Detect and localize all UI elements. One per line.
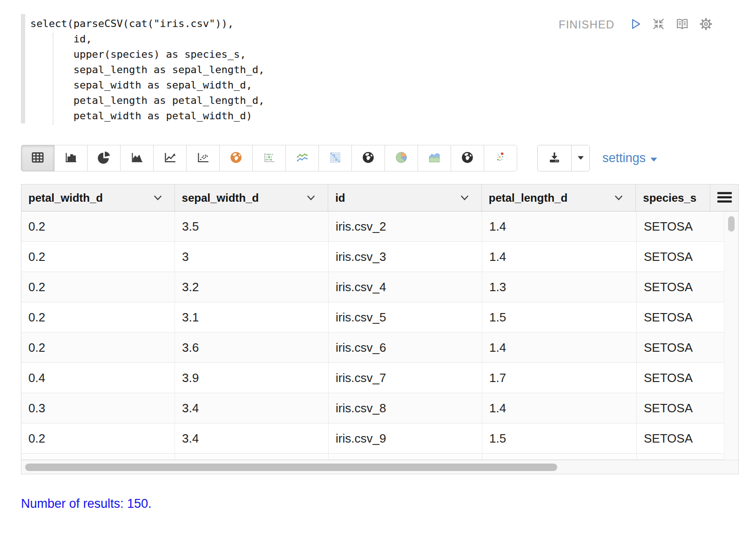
pie-chart-icon bbox=[97, 150, 111, 166]
column-label: petal_width_d bbox=[28, 191, 103, 205]
area-chart-icon bbox=[130, 150, 144, 166]
chart-type-table-button[interactable] bbox=[21, 145, 54, 171]
code-editor[interactable]: select(parseCSV(cat("iris.csv")), id, up… bbox=[30, 14, 264, 123]
chart-type-map-button[interactable] bbox=[219, 145, 253, 171]
table-cell: 0.2 bbox=[21, 333, 175, 362]
column-sort-chevron-icon[interactable] bbox=[614, 195, 623, 201]
column-label: petal_length_d bbox=[489, 191, 567, 205]
table-cell: iris.csv_8 bbox=[329, 393, 482, 423]
table-menu-button[interactable] bbox=[710, 184, 738, 211]
column-label: species_s bbox=[643, 191, 696, 205]
column-sort-chevron-icon[interactable] bbox=[460, 195, 469, 201]
line-chart-icon bbox=[163, 150, 177, 166]
table-row: 0.23.5iris.csv_21.4SETOSA bbox=[21, 212, 738, 242]
table-row: 0.23.2iris.csv_41.3SETOSA bbox=[21, 272, 738, 302]
column-header[interactable]: sepal_width_d bbox=[175, 184, 329, 211]
table-cell: iris.csv_3 bbox=[329, 242, 482, 272]
chart-type-line-button[interactable] bbox=[153, 145, 187, 171]
table-cell: 0.2 bbox=[21, 242, 175, 272]
table-cell bbox=[175, 454, 329, 459]
area-colored-icon bbox=[427, 150, 441, 166]
pie-colored-icon bbox=[394, 150, 408, 166]
chart-type-bubble-button[interactable] bbox=[252, 145, 286, 171]
column-header[interactable]: species_s bbox=[636, 184, 710, 211]
table-cell bbox=[329, 454, 482, 459]
table-row: 0.33.4iris.csv_81.4SETOSA bbox=[21, 393, 738, 423]
table-cell: iris.csv_6 bbox=[329, 333, 482, 362]
table-cell: 3.6 bbox=[175, 333, 329, 362]
gear-icon bbox=[699, 17, 713, 33]
table-cell: iris.csv_2 bbox=[329, 212, 482, 241]
visualization-toolbar: settings bbox=[21, 145, 756, 171]
table-cell: SETOSA bbox=[637, 302, 724, 332]
table-cell: SETOSA bbox=[637, 272, 724, 302]
collapse-output-button[interactable] bbox=[651, 17, 666, 33]
bar-chart-icon bbox=[64, 150, 78, 166]
column-header[interactable]: petal_width_d bbox=[21, 184, 175, 211]
table-cell: 1.5 bbox=[482, 302, 637, 332]
table-cell: 1.4 bbox=[482, 333, 637, 362]
table-icon bbox=[31, 150, 45, 166]
editor-gutter-bar bbox=[21, 14, 25, 123]
download-button[interactable] bbox=[537, 145, 572, 171]
table-cell: 0.2 bbox=[21, 212, 175, 241]
chart-type-heatmap-button[interactable] bbox=[318, 145, 352, 171]
download-options-button[interactable] bbox=[571, 145, 590, 171]
vertical-scrollbar-thumb[interactable] bbox=[728, 216, 735, 232]
scatter-chart-icon bbox=[196, 150, 210, 166]
chart-type-bar-button[interactable] bbox=[54, 145, 88, 171]
chart-type-pie-button[interactable] bbox=[87, 145, 121, 171]
indent-guide bbox=[53, 33, 54, 124]
toggle-editor-button[interactable] bbox=[675, 17, 690, 33]
paragraph-settings-button[interactable] bbox=[699, 17, 713, 33]
table-cell: SETOSA bbox=[637, 423, 724, 453]
table-header-row: petal_width_d sepal_width_d id petal_len… bbox=[21, 184, 738, 212]
chart-type-scatter-colored-button[interactable] bbox=[484, 145, 517, 171]
table-cell: 0.2 bbox=[21, 423, 175, 453]
chart-type-globe1-button[interactable] bbox=[351, 145, 385, 171]
chart-type-area-colored-button[interactable] bbox=[418, 145, 451, 171]
table-row: 0.23.4iris.csv_91.5SETOSA bbox=[21, 423, 738, 454]
settings-link-label: settings bbox=[602, 151, 646, 165]
horizontal-scrollbar-thumb[interactable] bbox=[25, 464, 557, 471]
table-cell: 3.4 bbox=[175, 393, 329, 423]
table-cell: 3.4 bbox=[175, 423, 329, 453]
table-cell: iris.csv_7 bbox=[329, 363, 482, 393]
chart-type-globe2-button[interactable] bbox=[451, 145, 484, 171]
column-header[interactable]: petal_length_d bbox=[482, 184, 636, 211]
chart-type-line-point-button[interactable] bbox=[285, 145, 319, 171]
chart-type-pie-colored-button[interactable] bbox=[385, 145, 418, 171]
paragraph-controls: FINISHED bbox=[559, 17, 713, 33]
compress-icon bbox=[651, 17, 666, 33]
vertical-scrollbar[interactable] bbox=[724, 212, 738, 460]
table-cell: 1.3 bbox=[482, 272, 637, 302]
heatmap-icon bbox=[328, 150, 342, 166]
table-cell: 1.4 bbox=[482, 393, 637, 423]
table-cell: 0.2 bbox=[21, 302, 175, 332]
table-row: 0.23.6iris.csv_61.4SETOSA bbox=[21, 333, 738, 363]
table-cell bbox=[637, 454, 724, 459]
table-cell: 3.5 bbox=[175, 212, 329, 241]
chart-type-scatter-button[interactable] bbox=[186, 145, 220, 171]
display-settings-toggle[interactable]: settings bbox=[602, 151, 658, 165]
chevron-down-icon bbox=[577, 155, 584, 162]
table-cell: 0.3 bbox=[21, 393, 175, 423]
chevron-down-icon bbox=[650, 151, 658, 165]
column-sort-chevron-icon[interactable] bbox=[154, 195, 162, 201]
run-button[interactable] bbox=[628, 17, 642, 33]
table-cell: SETOSA bbox=[637, 333, 724, 362]
column-sort-chevron-icon[interactable] bbox=[307, 195, 315, 201]
table-cell: iris.csv_5 bbox=[329, 302, 482, 332]
table-cell: iris.csv_9 bbox=[329, 423, 482, 453]
table-cell: 3.9 bbox=[175, 363, 329, 393]
notebook-paragraph: select(parseCSV(cat("iris.csv")), id, up… bbox=[0, 0, 756, 546]
table-cell bbox=[21, 454, 175, 459]
table-cell: SETOSA bbox=[637, 212, 724, 241]
column-header[interactable]: id bbox=[328, 184, 482, 211]
chart-type-area-button[interactable] bbox=[120, 145, 154, 171]
horizontal-scrollbar[interactable] bbox=[21, 460, 738, 474]
table-cell: SETOSA bbox=[637, 363, 724, 393]
table-cell: 1.4 bbox=[482, 212, 637, 241]
table-cell: 3 bbox=[175, 242, 329, 272]
table-cell: SETOSA bbox=[637, 242, 724, 272]
